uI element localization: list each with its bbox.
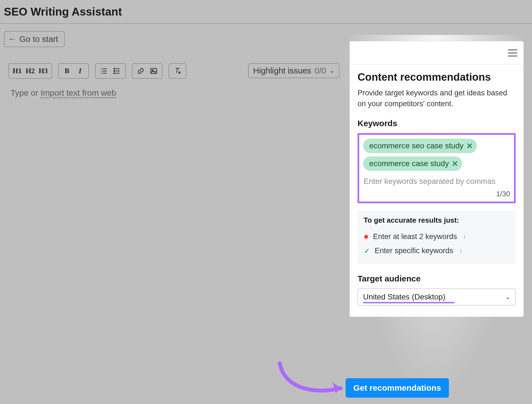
remove-chip-button[interactable]: ✕ — [452, 160, 458, 167]
keyword-chip-label: ecommerce case study — [369, 159, 449, 168]
panel-menu-button[interactable] — [508, 49, 517, 57]
svg-rect-3 — [151, 68, 157, 74]
status-dot-red-icon — [364, 235, 368, 239]
svg-point-1 — [114, 70, 115, 72]
unordered-list-button[interactable] — [111, 65, 123, 77]
unordered-list-icon — [113, 67, 121, 75]
panel-description: Provide target keywords and get ideas ba… — [358, 88, 516, 109]
highlight-underline — [363, 302, 454, 303]
target-audience-label: Target audience — [358, 274, 516, 283]
accuracy-item-text: Enter specific keywords — [375, 247, 453, 255]
link-icon — [137, 67, 145, 75]
annotation-arrow-icon — [274, 360, 352, 399]
highlight-issues-button[interactable]: Highlight issues 0/0 ⌄ — [248, 63, 340, 78]
remove-chip-button[interactable]: ✕ — [466, 143, 473, 149]
keyword-chip[interactable]: ecommerce case study ✕ — [363, 156, 462, 171]
keyword-counter: 1/30 — [363, 190, 510, 198]
accuracy-title: To get accurate results just: — [364, 216, 510, 225]
accuracy-item-text: Enter at least 2 keywords — [373, 232, 457, 241]
h2-button[interactable]: H2 — [24, 65, 36, 77]
go-to-start-label: Go to start — [19, 34, 58, 44]
panel-title: Content recommendations — [358, 71, 516, 83]
go-to-start-button[interactable]: ← Go to start — [4, 31, 65, 47]
accuracy-item-complete: ✓ Enter specific keywords i — [364, 244, 510, 258]
import-text-link[interactable]: Import text from web — [40, 88, 116, 97]
info-icon[interactable]: i — [464, 233, 465, 240]
h1-button[interactable]: H1 — [11, 65, 23, 77]
image-button[interactable] — [148, 65, 160, 77]
clear-format-button[interactable] — [171, 65, 184, 77]
highlight-issues-count: 0/0 — [315, 66, 326, 75]
arrow-left-icon: ← — [8, 35, 16, 43]
insert-group — [132, 63, 163, 79]
chevron-down-icon: ⌄ — [505, 293, 510, 301]
hamburger-icon — [508, 49, 517, 50]
keywords-label: Keywords — [358, 119, 516, 128]
check-icon: ✓ — [364, 247, 370, 255]
heading-group: H1 H2 H3 — [8, 63, 52, 79]
ordered-list-icon — [100, 67, 108, 75]
editor-placeholder[interactable]: Type or Import text from web — [11, 88, 116, 98]
editor-placeholder-prefix: Type or — [11, 88, 40, 97]
svg-point-2 — [114, 73, 115, 74]
highlight-issues-label: Highlight issues — [253, 66, 311, 75]
ordered-list-button[interactable] — [98, 65, 110, 77]
info-icon[interactable]: i — [460, 247, 462, 255]
clear-format-icon — [174, 67, 181, 75]
get-recommendations-button[interactable]: Get recommendations — [346, 378, 449, 398]
keywords-box[interactable]: ecommerce seo case study ✕ ecommerce cas… — [358, 133, 516, 203]
content-recommendations-panel: Content recommendations Provide target k… — [349, 41, 524, 317]
keyword-input[interactable] — [363, 175, 510, 188]
link-button[interactable] — [135, 65, 147, 77]
accuracy-hints: To get accurate results just: Enter at l… — [358, 210, 516, 264]
svg-point-0 — [114, 68, 115, 69]
page-title: SEO Writing Assistant — [4, 6, 122, 18]
keyword-chip[interactable]: ecommerce seo case study ✕ — [363, 139, 477, 153]
bold-button[interactable]: B — [61, 65, 73, 77]
target-audience-value: United States (Desktop) — [363, 293, 445, 301]
image-icon — [150, 67, 158, 75]
target-audience-select[interactable]: United States (Desktop) ⌄ — [358, 288, 516, 306]
clear-group — [169, 63, 186, 79]
chevron-down-icon: ⌄ — [330, 67, 335, 74]
accuracy-item-incomplete: Enter at least 2 keywords i — [364, 230, 510, 244]
italic-button[interactable]: I — [74, 65, 86, 77]
style-group: B I — [58, 63, 89, 79]
h3-button[interactable]: H3 — [37, 65, 49, 77]
keyword-chip-label: ecommerce seo case study — [369, 141, 464, 150]
list-group — [95, 63, 126, 79]
